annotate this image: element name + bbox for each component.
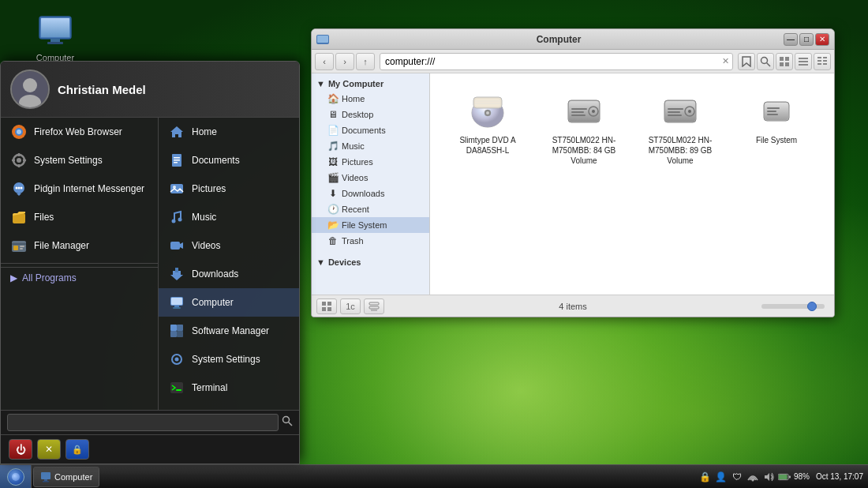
menu-item-firefox[interactable]: Firefox Web Browser xyxy=(1,118,158,146)
svg-point-9 xyxy=(23,78,37,92)
sidebar-item-videos[interactable]: 🎬 Videos xyxy=(312,170,429,186)
right-menu-system-settings[interactable]: System Settings xyxy=(159,345,299,374)
fm-address-bar: ✕ xyxy=(380,53,733,70)
start-button-icon xyxy=(7,468,24,486)
svg-rect-103 xyxy=(327,307,331,311)
shutdown-button[interactable]: ⏻ xyxy=(9,439,32,460)
right-menu-home[interactable]: Home xyxy=(159,118,299,146)
right-menu-terminal[interactable]: Terminal xyxy=(159,374,299,402)
svg-point-58 xyxy=(761,57,768,63)
tray-user-icon[interactable]: 👤 xyxy=(715,471,728,483)
sidebar-downloads-icon: ⬇ xyxy=(327,188,339,199)
start-menu-right: Home Documents xyxy=(159,118,299,410)
svg-rect-93 xyxy=(668,111,680,113)
right-menu-pictures[interactable]: Pictures xyxy=(159,175,299,203)
hd2-drive-icon xyxy=(660,91,701,132)
fm-minimize-button[interactable]: — xyxy=(784,33,798,46)
menu-item-system-settings[interactable]: System Settings xyxy=(1,146,158,175)
svg-rect-87 xyxy=(571,114,586,116)
menu-item-pidgin[interactable]: Pidgin Internet Messenger xyxy=(1,175,158,203)
svg-rect-26 xyxy=(12,243,26,245)
fm-compact-view-button[interactable] xyxy=(814,53,831,70)
taskbar-tray: 🔒 👤 🛡 xyxy=(699,471,868,483)
fm-address-input[interactable] xyxy=(380,56,719,67)
fm-maximize-button[interactable]: □ xyxy=(799,33,814,46)
logout-button[interactable]: ✕ xyxy=(37,439,61,460)
svg-rect-85 xyxy=(571,108,587,110)
menu-item-file-manager[interactable]: File Manager xyxy=(1,231,158,260)
tray-lock-icon[interactable]: 🔒 xyxy=(699,471,712,483)
start-search-input[interactable] xyxy=(7,414,279,431)
svg-point-76 xyxy=(486,111,489,114)
fm-zoom-thumb[interactable] xyxy=(807,302,817,311)
right-menu-help[interactable]: ? Help xyxy=(159,402,299,410)
fm-bookmark-button[interactable] xyxy=(738,53,755,70)
svg-rect-50 xyxy=(170,382,183,393)
svg-point-37 xyxy=(178,218,182,222)
fm-back-button[interactable]: ‹ xyxy=(315,53,334,70)
fm-forward-button[interactable]: › xyxy=(335,53,354,70)
desktop-icon-computer[interactable]: Computer xyxy=(24,12,87,62)
forward-icon: › xyxy=(343,57,346,66)
sidebar-my-computer-header[interactable]: ▼ My Computer xyxy=(312,77,429,91)
sidebar-devices-header[interactable]: ▼ Devices xyxy=(312,255,429,269)
fm-icon-view-button[interactable] xyxy=(776,53,793,70)
fm-close-button[interactable]: ✕ xyxy=(815,33,829,46)
sidebar-item-trash[interactable]: 🗑 Trash xyxy=(312,233,429,249)
fm-status-btn-2[interactable]: 1c xyxy=(340,298,361,314)
taskbar-computer-button[interactable]: Computer xyxy=(33,467,99,487)
start-search-button[interactable] xyxy=(282,415,293,430)
menu-item-files[interactable]: Files xyxy=(1,203,158,231)
sidebar-item-recent[interactable]: 🕐 Recent xyxy=(312,201,429,217)
fm-item-hd2[interactable]: ST750LM022 HN-M750MBB: 89 GB Volume xyxy=(635,86,725,171)
sidebar-file-system-label: File System xyxy=(342,220,387,230)
svg-rect-2 xyxy=(41,18,69,37)
files-icon xyxy=(10,208,28,226)
sidebar-recent-icon: 🕐 xyxy=(327,204,339,215)
sidebar-item-documents[interactable]: 📄 Documents xyxy=(312,122,429,138)
right-music-label: Music xyxy=(192,212,216,223)
tray-volume-icon[interactable] xyxy=(762,471,775,483)
sidebar-item-desktop[interactable]: 🖥 Desktop xyxy=(312,107,429,122)
svg-rect-67 xyxy=(817,57,821,58)
sidebar-item-music[interactable]: 🎵 Music xyxy=(312,138,429,154)
fm-item-hd1[interactable]: ST750LM022 HN-M750MBB: 84 GB Volume xyxy=(539,86,629,171)
fm-item-dvd[interactable]: Slimtype DVD ADA8A5SH-L xyxy=(443,86,533,171)
right-menu-videos[interactable]: Videos xyxy=(159,231,299,260)
svg-rect-41 xyxy=(171,298,182,305)
tray-network-icon[interactable] xyxy=(746,471,759,483)
right-menu-computer[interactable]: Computer xyxy=(159,288,299,317)
right-menu-music[interactable]: Music xyxy=(159,203,299,231)
fm-item-filesystem[interactable]: File System xyxy=(731,86,821,171)
lock-button[interactable]: 🔒 xyxy=(65,439,89,460)
fm-status-btn-1[interactable] xyxy=(316,298,337,314)
fm-content: ▼ My Computer 🏠 Home 🖥 Desktop 📄 Documen… xyxy=(312,73,834,295)
fm-up-button[interactable]: ↑ xyxy=(356,53,375,70)
fm-list-view-button[interactable] xyxy=(795,53,812,70)
all-programs-btn[interactable]: ▶ All Programs xyxy=(1,267,158,288)
sidebar-item-pictures[interactable]: 🖼 Pictures xyxy=(312,154,429,170)
svg-rect-32 xyxy=(174,160,180,161)
svg-rect-102 xyxy=(322,307,326,311)
svg-rect-104 xyxy=(369,302,379,305)
taskbar-start-button[interactable] xyxy=(0,465,32,489)
sidebar-collapse-icon: ▼ xyxy=(316,79,325,88)
right-system-settings-label: System Settings xyxy=(192,354,260,365)
sidebar-item-file-system[interactable]: 📂 File System xyxy=(312,217,429,233)
fm-search-button[interactable] xyxy=(757,53,774,70)
right-menu-software-manager[interactable]: Software Manager xyxy=(159,317,299,345)
svg-rect-68 xyxy=(823,57,827,58)
tray-shield-icon[interactable]: 🛡 xyxy=(731,471,743,483)
sidebar-videos-label: Videos xyxy=(342,173,368,182)
fm-zoom-slider[interactable] xyxy=(761,304,825,309)
right-documents-icon xyxy=(168,152,185,169)
right-menu-documents[interactable]: Documents xyxy=(159,146,299,175)
right-menu-downloads[interactable]: Downloads xyxy=(159,260,299,288)
close-icon: ✕ xyxy=(819,35,825,43)
fm-address-clear-button[interactable]: ✕ xyxy=(719,56,732,66)
sidebar-documents-icon: 📄 xyxy=(327,125,339,136)
right-software-manager-icon xyxy=(168,322,185,340)
fm-status-btn-3[interactable] xyxy=(364,298,384,314)
sidebar-item-home[interactable]: 🏠 Home xyxy=(312,91,429,107)
sidebar-item-downloads[interactable]: ⬇ Downloads xyxy=(312,186,429,201)
